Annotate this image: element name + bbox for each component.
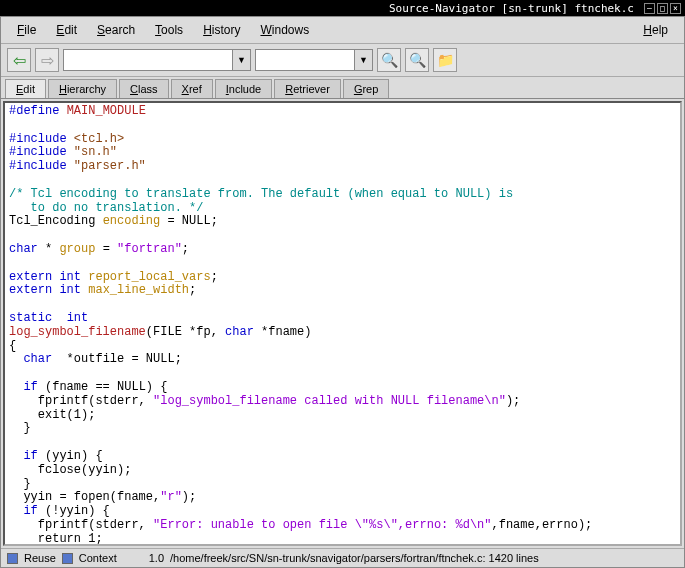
search-icon: 🔍 — [409, 52, 426, 68]
path-label: /home/freek/src/SN/sn-trunk/snavigator/p… — [170, 552, 539, 564]
find-button[interactable]: 🔍 — [377, 48, 401, 72]
code-editor[interactable]: #define MAIN_MODULE #include <tcl.h> #in… — [3, 101, 682, 546]
tab-edit[interactable]: Edit — [5, 79, 46, 98]
menu-windows[interactable]: Windows — [252, 21, 317, 39]
tab-class[interactable]: Class — [119, 79, 169, 98]
search-button[interactable]: 🔍 — [405, 48, 429, 72]
ratio-label: 1.0 — [149, 552, 164, 564]
titlebar-text: Source-Navigator [sn-trunk] ftnchek.c — [389, 2, 634, 15]
menu-history[interactable]: History — [195, 21, 248, 39]
maximize-icon[interactable]: □ — [657, 3, 668, 14]
reuse-checkbox[interactable] — [7, 553, 18, 564]
menu-edit[interactable]: Edit — [48, 21, 85, 39]
menu-file[interactable]: File — [9, 21, 44, 39]
back-button[interactable]: ⇦ — [7, 48, 31, 72]
find-icon: 🔍 — [381, 52, 398, 68]
tabbar: Edit Hierarchy Class Xref Include Retrie… — [1, 77, 684, 99]
reuse-label: Reuse — [24, 552, 56, 564]
tab-xref[interactable]: Xref — [171, 79, 213, 98]
tab-grep[interactable]: Grep — [343, 79, 389, 98]
open-button[interactable]: 📁 — [433, 48, 457, 72]
pattern-dropdown-icon[interactable]: ▼ — [355, 49, 373, 71]
close-icon[interactable]: × — [670, 3, 681, 14]
symbol-dropdown-icon[interactable]: ▼ — [233, 49, 251, 71]
pattern-combo: ▼ — [255, 49, 373, 71]
symbol-combo: ▼ — [63, 49, 251, 71]
tab-include[interactable]: Include — [215, 79, 272, 98]
menubar: File Edit Search Tools History Windows H… — [1, 17, 684, 44]
tab-hierarchy[interactable]: Hierarchy — [48, 79, 117, 98]
tab-retriever[interactable]: Retriever — [274, 79, 341, 98]
main-window: File Edit Search Tools History Windows H… — [0, 16, 685, 568]
statusbar: Reuse Context 1.0 /home/freek/src/SN/sn-… — [1, 548, 684, 567]
back-arrow-icon: ⇦ — [13, 51, 26, 70]
menu-search[interactable]: Search — [89, 21, 143, 39]
titlebar: Source-Navigator [sn-trunk] ftnchek.c – … — [0, 0, 685, 16]
minimize-icon[interactable]: – — [644, 3, 655, 14]
symbol-input[interactable] — [63, 49, 233, 71]
forward-arrow-icon: ⇨ — [41, 51, 54, 70]
menu-help[interactable]: Help — [635, 21, 676, 39]
toolbar: ⇦ ⇨ ▼ ▼ 🔍 🔍 📁 — [1, 44, 684, 77]
folder-icon: 📁 — [437, 52, 454, 68]
menu-tools[interactable]: Tools — [147, 21, 191, 39]
context-checkbox[interactable] — [62, 553, 73, 564]
forward-button[interactable]: ⇨ — [35, 48, 59, 72]
pattern-input[interactable] — [255, 49, 355, 71]
context-label: Context — [79, 552, 117, 564]
